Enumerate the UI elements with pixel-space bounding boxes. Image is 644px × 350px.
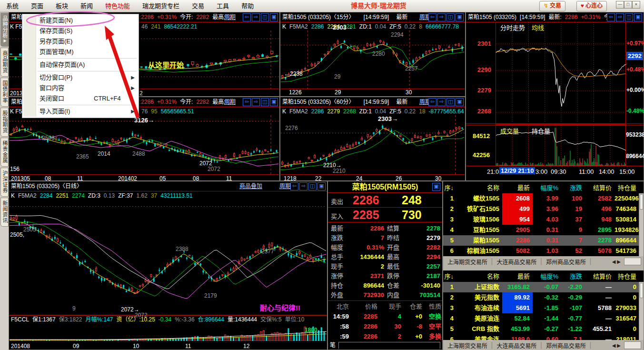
candlestick-chart[interactable] [10, 115, 279, 175]
candlestick-chart[interactable] [281, 115, 465, 175]
table-row[interactable]: 3玻璃15069544.0337948530814 [443, 214, 639, 225]
table-row[interactable]: 3布油连续5691-1.85-1075788279033 [443, 303, 639, 313]
heart-link-button[interactable]: ♥心连心 [576, 1, 607, 11]
overlay-link[interactable]: 商品叠加 [239, 181, 262, 191]
next-page-icon[interactable]: ⇨ [252, 13, 260, 21]
chart-annotation: 2292 [627, 52, 643, 60]
bid-row[interactable]: 买入 2285 730 [328, 208, 442, 222]
menu-item-帮助[interactable]: 帮助 [235, 2, 260, 10]
trade-button[interactable]: ↯交易 [539, 1, 565, 11]
prev-page-icon[interactable]: ⇦ [428, 98, 436, 106]
split-window-icon[interactable]: ◫ [625, 13, 633, 21]
text-segment: 资（亿）:10.25 [116, 316, 155, 323]
sidebar-tab-稀贵金属[interactable]: 稀贵金属 [0, 138, 9, 167]
tick-volume-chart[interactable] [495, 125, 626, 166]
period-link[interactable]: 周期 [224, 97, 236, 107]
menu-item-页面[interactable]: 页面 [25, 2, 50, 10]
table-row[interactable]: 4美原油连52.84-1.44-0.77—316547 [443, 313, 639, 324]
text-segment: 月幅%:147 [85, 316, 113, 323]
exchange-tab-上海期货交易所[interactable]: 上海期货交易所 [447, 341, 487, 350]
sidebar-tab-品种分析[interactable]: 品种分析▶ [0, 13, 9, 47]
prev-page-icon[interactable]: ⇦ [243, 13, 251, 21]
menu-item-工具[interactable]: 工具 [210, 2, 235, 10]
next-page-icon[interactable]: ⇨ [299, 182, 307, 190]
tab-scroll-arrows[interactable]: ◀ ▶ [611, 343, 622, 348]
sidebar-tab-国债利率[interactable]: 国债利率 [0, 78, 9, 107]
sidebar-tab-股指期货[interactable]: 股指期货 [0, 108, 9, 137]
menu-item-新闻[interactable]: 新闻 [74, 2, 99, 10]
split-window-icon[interactable]: ◫ [446, 13, 455, 21]
ask-row[interactable]: 卖出 2286 248 [328, 193, 442, 208]
sidebar-tab-新闻资讯[interactable]: 新闻资讯 [0, 198, 9, 227]
maximize-window-icon[interactable]: ▣ [456, 98, 464, 106]
menu-item-切分窗口(P)[interactable]: 切分窗口(P)▶ [22, 72, 139, 83]
tab-scroll-arrows[interactable]: ◀ ▶ [611, 259, 622, 264]
split-window-icon[interactable]: ◫ [261, 13, 269, 21]
menu-item-页面管理(M)[interactable]: 页面管理(M) [22, 47, 139, 57]
split-window-icon[interactable]: ◫ [446, 98, 455, 106]
text-segment: K [282, 108, 286, 115]
table-splitter[interactable] [443, 267, 644, 270]
table-row[interactable]: 2美元指数89.92-0.32-0.29—0 [443, 292, 639, 303]
tick-price-chart[interactable] [495, 22, 626, 124]
table-row[interactable]: 5CRB 指数453.99-0.27-1.22455.210 [443, 324, 639, 334]
text-segment: K [11, 192, 15, 199]
table-row[interactable]: 6棕榈油150550821.03525078541736 [443, 246, 639, 256]
table-row[interactable]: 5菜粕150522860.3172278896644 [443, 235, 639, 246]
candlestick-chart[interactable] [281, 30, 465, 89]
maximize-window-icon[interactable]: ▣ [456, 13, 464, 21]
table-scrollbar[interactable] [639, 282, 644, 340]
menu-item-板块[interactable]: 板块 [50, 2, 74, 10]
menu-item-瑞龙期货专栏[interactable]: 瑞龙期货专栏 [136, 2, 186, 10]
tab-scrollbar-thumb[interactable] [624, 258, 641, 265]
table-row[interactable]: 4豆粕150529050.31928951934826 [443, 225, 639, 235]
menu-item-特色功能[interactable]: 特色功能 [99, 2, 136, 10]
table-row[interactable]: 1上证指数3165.82-0.07-2.20—0 [443, 282, 639, 292]
period-link[interactable]: 周期 [224, 12, 236, 22]
exchange-tab-郑州商品交易所[interactable]: 郑州商品交易所 [546, 258, 586, 266]
menu-item-交易[interactable]: 交易 [186, 2, 210, 10]
menu-item-系统[interactable]: 系统 [0, 2, 25, 10]
split-window-icon[interactable]: ◫ [308, 182, 317, 190]
table-row[interactable]: 2铁矿石15054993.9619496746348 [443, 204, 639, 214]
sidebar-tab-沪深证券[interactable]: 沪深证券 [0, 168, 9, 197]
volume-chart[interactable] [10, 323, 327, 341]
menu-item-自动保存页面(A)[interactable]: 自动保存页面(A) [22, 60, 139, 70]
maximize-window-icon[interactable]: ▣ [270, 13, 278, 21]
next-page-icon[interactable]: ⇨ [616, 13, 624, 21]
table-cell: 2250496 [614, 193, 639, 204]
exchange-tab-郑州商品交易所[interactable]: 郑州商品交易所 [546, 341, 586, 350]
next-page-icon[interactable]: ⇨ [252, 98, 260, 106]
minimize-button[interactable]: — [616, 1, 624, 9]
next-page-icon[interactable]: ⇨ [437, 13, 446, 21]
text-segment: 46 [141, 23, 148, 30]
period-link[interactable]: 周期 [279, 181, 291, 191]
prev-page-icon[interactable]: ⇦ [243, 98, 251, 106]
menu-item-关闭窗口[interactable]: 关闭窗口CTRL+F4 [22, 93, 139, 104]
candlestick-chart[interactable] [10, 200, 327, 315]
menu-item-导入页面(I)[interactable]: 导入页面(I)▶ [22, 106, 139, 117]
tab-scrollbar-thumb[interactable] [624, 341, 641, 349]
text-segment: 2251 [56, 192, 69, 199]
prev-page-icon[interactable]: ⇦ [607, 13, 615, 21]
menu-item-另存页面(E)[interactable]: 另存页面(E) [22, 36, 139, 47]
exchange-tab-大连商品交易所[interactable]: 大连商品交易所 [497, 258, 537, 266]
table-scrollbar[interactable] [639, 193, 644, 256]
maximize-window-icon[interactable]: ▣ [432, 183, 440, 191]
split-window-icon[interactable]: ◫ [261, 98, 269, 106]
prev-page-icon[interactable]: ⇦ [428, 13, 436, 21]
exchange-tab-上海期货交易所[interactable]: 上海期货交易所 [447, 258, 487, 266]
close-button[interactable]: × [632, 1, 640, 9]
menu-item-保存页面(S)[interactable]: 保存页面(S) [22, 26, 139, 36]
menu-item-新建页面(N)[interactable]: 新建页面(N) [22, 15, 139, 26]
restore-button[interactable]: □ [624, 1, 632, 9]
menu-item-窗口内容[interactable]: 窗口内容▶ [22, 83, 139, 93]
prev-page-icon[interactable]: ⇦ [290, 182, 298, 190]
maximize-window-icon[interactable]: ▣ [634, 13, 642, 21]
next-page-icon[interactable]: ⇨ [437, 98, 446, 106]
sidebar-tab-商品期货[interactable]: 商品期货 [0, 48, 9, 77]
maximize-window-icon[interactable]: ▣ [317, 182, 326, 190]
exchange-tab-大连商品交易所[interactable]: 大连商品交易所 [497, 341, 537, 350]
maximize-window-icon[interactable]: ▣ [270, 98, 278, 106]
table-row[interactable]: 1螺纹150526083.9910025822250496 [443, 193, 639, 204]
